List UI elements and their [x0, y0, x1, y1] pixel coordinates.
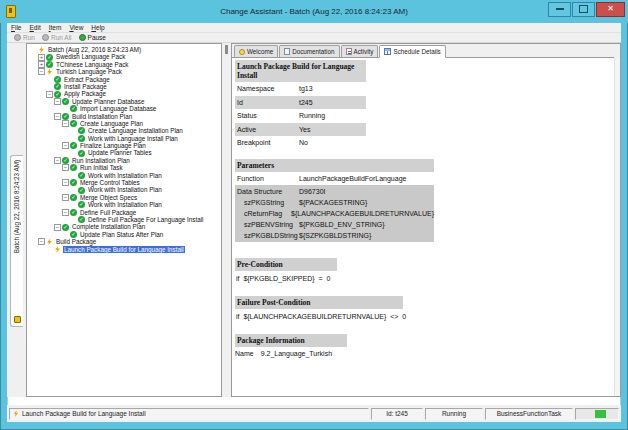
run-all-button[interactable]: Run All — [42, 34, 72, 41]
collapse-icon[interactable]: − — [38, 238, 45, 245]
parameter-row: szPKGBLDString${SZPKGBLDSTRING} — [235, 230, 434, 241]
tree-item[interactable]: −✓Run Installation Plan — [27, 157, 221, 164]
menu-file[interactable]: File — [7, 24, 26, 31]
tree-item[interactable]: ✓Import Language Database — [27, 105, 221, 112]
tree-item[interactable]: −Build Package — [27, 238, 221, 245]
run-button[interactable]: Run — [14, 34, 35, 41]
parameter-row: cReturnFlag${LAUNCHPACKAGEBUILDRETURNVAL… — [235, 208, 434, 219]
check-icon: ✓ — [70, 105, 77, 112]
tree-item[interactable]: Launch Package Build for Language Instal… — [27, 246, 221, 253]
tree-item[interactable]: −✓Run Initial Task — [27, 164, 221, 171]
tree-item[interactable]: ✓Create Language Installation Plan — [27, 127, 221, 134]
tree-item[interactable]: ✓Work with Installation Plan — [27, 186, 221, 193]
tree-item[interactable]: −✓Create Language Plan — [27, 120, 221, 127]
batch-icon — [14, 316, 21, 323]
tree-item[interactable]: +✓TChinese Language Pack — [27, 61, 221, 68]
pause-button[interactable]: Pause — [79, 34, 106, 41]
menu-view[interactable]: View — [65, 24, 87, 31]
field-label: Active — [235, 126, 299, 133]
run-button-label: Run — [23, 34, 35, 41]
tree-item-label: Apply Package — [63, 90, 107, 97]
handle-spacer — [70, 127, 77, 134]
collapse-icon[interactable]: − — [46, 91, 53, 98]
tree-item-label: Turkish Language Pack — [55, 68, 123, 75]
collapse-icon[interactable]: − — [62, 179, 69, 186]
menu-help[interactable]: Help — [87, 24, 108, 31]
tab-documentation[interactable]: Documentation — [279, 45, 339, 57]
collapse-icon[interactable]: − — [62, 209, 69, 216]
tree-item[interactable]: Batch (Aug 22, 2016 8:24:23 AM) — [27, 46, 221, 53]
tree-item[interactable]: −✓Update Planner Database — [27, 98, 221, 105]
collapse-icon[interactable]: − — [54, 113, 61, 120]
tab-welcome[interactable]: Welcome — [234, 45, 278, 57]
main-area: Batch (Aug 22, 2016 8:24:23 AM) Batch (A… — [7, 43, 621, 397]
tree-item[interactable]: ✓Define Full Package For Language Instal… — [27, 216, 221, 223]
tree-item[interactable]: ✓Update Plan Status After Plan — [27, 231, 221, 238]
minimize-button[interactable] — [548, 2, 571, 17]
collapse-icon[interactable]: − — [62, 142, 69, 149]
expand-icon[interactable]: + — [38, 61, 45, 68]
parameter-value: ${PKGBLD_ENV_STRING} — [299, 221, 385, 228]
tree-item[interactable]: ✓Work with Language Install Plan — [27, 135, 221, 142]
tree-item[interactable]: −✓Build Installation Plan — [27, 113, 221, 120]
expand-icon[interactable]: + — [38, 54, 45, 61]
tree-item[interactable]: ✓Install Package — [27, 83, 221, 90]
check-icon: ✓ — [54, 83, 61, 90]
collapse-icon[interactable]: − — [38, 68, 45, 75]
lightning-icon — [46, 238, 53, 245]
tree-item-label: Work with Installation Plan — [87, 186, 163, 193]
parameter-label: szPKGString — [235, 199, 299, 206]
data-structure-row: Data Structure D96730I — [235, 186, 434, 197]
maximize-icon — [579, 5, 588, 13]
details-scrollbar[interactable] — [614, 57, 620, 396]
handle-spacer — [70, 150, 77, 157]
parameter-label: szPBENVString — [235, 221, 299, 228]
tab-activity-label: Activity — [354, 48, 374, 55]
field-value: tg13 — [299, 85, 313, 92]
run-all-icon — [42, 34, 49, 41]
check-icon: ✓ — [78, 172, 85, 179]
tree-item[interactable]: ✓Extract Package — [27, 76, 221, 83]
check-icon: ✓ — [70, 164, 77, 171]
failure-post-condition-expression: if ${LAUNCHPACKAGEBUILDRETURNVALUE} <> 0 — [236, 313, 620, 320]
menu-edit[interactable]: Edit — [26, 24, 45, 31]
side-strip: Batch (Aug 22, 2016 8:24:23 AM) — [7, 43, 26, 397]
check-icon: ✓ — [78, 127, 85, 134]
maximize-button[interactable] — [572, 2, 595, 17]
close-button[interactable]: ✕ — [596, 2, 625, 17]
split-divider[interactable] — [222, 43, 231, 397]
tree-item[interactable]: −Turkish Language Pack — [27, 68, 221, 75]
menu-item[interactable]: Item — [45, 24, 66, 31]
tree-item[interactable]: +✓Swedish Language Pack — [27, 53, 221, 60]
tree-item-label: Update Planner Database — [71, 98, 145, 105]
collapse-icon[interactable]: − — [62, 194, 69, 201]
collapse-icon[interactable]: − — [62, 120, 69, 127]
collapse-icon[interactable]: − — [54, 224, 61, 231]
tab-schedule-details[interactable]: Schedule Details — [379, 45, 445, 58]
tree-item[interactable]: ✓Update Planner Tables — [27, 149, 221, 156]
tab-activity[interactable]: Activity — [341, 45, 379, 57]
batch-vertical-tab[interactable]: Batch (Aug 22, 2016 8:24:23 AM) — [10, 155, 23, 327]
tree-item-label: Install Package — [63, 83, 108, 90]
collapse-icon[interactable]: − — [54, 98, 61, 105]
tree-item[interactable]: −✓Merge Control Tables — [27, 179, 221, 186]
tree-item-label: Define Full Package For Language Install — [87, 216, 205, 223]
batch-vertical-tab-label: Batch (Aug 22, 2016 8:24:23 AM) — [13, 160, 20, 253]
tree-item[interactable]: ✓Work with Installation Plan — [27, 172, 221, 179]
tree-item[interactable]: −✓Complete Installation Plan — [27, 223, 221, 230]
collapse-icon[interactable]: − — [54, 157, 61, 164]
tree-item[interactable]: ✓Work with Installation Plan — [27, 201, 221, 208]
schedule-details-pane: Launch Package Build for Language Instal… — [232, 58, 620, 396]
tree-item[interactable]: −✓Finalize Language Plan — [27, 142, 221, 149]
tree-item[interactable]: −✓Apply Package — [27, 90, 221, 97]
check-icon: ✓ — [70, 209, 77, 216]
check-icon: ✓ — [62, 157, 69, 164]
check-icon: ✓ — [78, 150, 85, 157]
collapse-icon[interactable]: − — [62, 164, 69, 171]
check-icon: ✓ — [78, 216, 85, 223]
tree-item[interactable]: −✓Define Full Package — [27, 209, 221, 216]
tree-item-label: Extract Package — [63, 76, 111, 83]
handle-spacer — [70, 135, 77, 142]
handle-spacer — [70, 201, 77, 208]
tree-item[interactable]: −✓Merge Object Specs — [27, 194, 221, 201]
